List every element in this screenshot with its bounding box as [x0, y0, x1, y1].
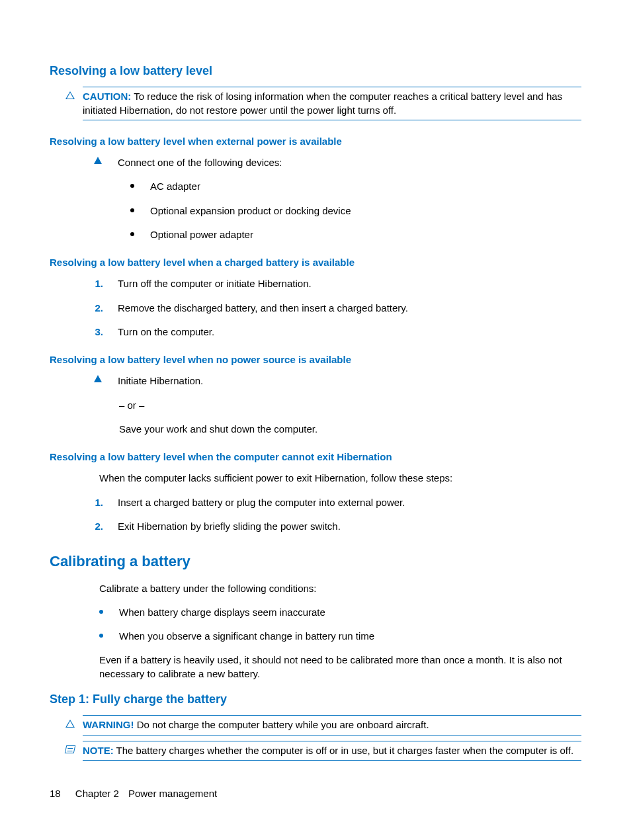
chapter-title: Power management	[128, 788, 217, 799]
warning-callout: WARNING! Do not charge the computer batt…	[83, 715, 581, 735]
list-item: AC adapter	[130, 180, 581, 193]
list-item: When you observe a significant change in…	[99, 630, 581, 643]
list-item: Optional expansion product or docking de…	[130, 204, 581, 218]
page-footer: 18 Chapter 2 Power management	[50, 787, 217, 800]
step-number: 2.	[93, 302, 103, 315]
step-row: Initiate Hibernation.	[93, 374, 581, 388]
step-text: Save your work and shut down the compute…	[119, 423, 581, 436]
ordered-item-text: Remove the discharged battery, and then …	[118, 302, 408, 315]
list-item-text: AC adapter	[150, 180, 200, 193]
caution-icon	[64, 90, 76, 99]
warning-label: WARNING!	[83, 719, 134, 730]
bullet-icon	[130, 232, 134, 236]
ordered-item-text: Insert a charged battery or plug the com…	[118, 496, 405, 509]
intro-text: When the computer lacks sufficient power…	[99, 472, 581, 485]
step-number: 2.	[93, 520, 103, 533]
ordered-item: 1.Turn off the computer or initiate Hibe…	[93, 277, 581, 290]
step-text: Initiate Hibernation.	[118, 374, 581, 388]
note-icon	[64, 744, 76, 753]
list-item-text: When battery charge displays seem inaccu…	[119, 606, 325, 619]
bullet-icon	[130, 184, 134, 188]
note-text: The battery charges whether the computer…	[116, 745, 573, 756]
subheading-external-power: Resolving a low battery level when exter…	[50, 135, 581, 148]
ordered-item: 1.Insert a charged battery or plug the c…	[93, 496, 581, 509]
list-item-text: Optional expansion product or docking de…	[150, 204, 351, 218]
note-callout: NOTE: The battery charges whether the co…	[83, 741, 581, 761]
ordered-item-text: Turn on the computer.	[118, 325, 214, 339]
page-number: 18	[50, 788, 61, 799]
heading-calibrating-battery: Calibrating a battery	[50, 552, 581, 571]
heading-resolving-low-battery: Resolving a low battery level	[50, 63, 581, 79]
caution-callout: CAUTION: To reduce the risk of losing in…	[83, 87, 581, 120]
step-number: 1.	[93, 277, 103, 290]
step-row: Connect one of the following devices:	[93, 156, 581, 169]
bullet-icon	[130, 208, 134, 212]
list-item: When battery charge displays seem inaccu…	[99, 606, 581, 619]
bullet-icon	[99, 610, 103, 614]
list-item-text: Optional power adapter	[150, 228, 253, 241]
ordered-item: 3.Turn on the computer.	[93, 325, 581, 339]
bullet-icon	[99, 634, 103, 638]
chapter-label: Chapter 2	[75, 788, 119, 799]
or-text: – or –	[119, 399, 581, 412]
caution-text: To reduce the risk of losing information…	[83, 91, 562, 115]
warning-icon	[64, 718, 76, 728]
list-item: Optional power adapter	[130, 228, 581, 241]
note-label: NOTE:	[83, 745, 114, 756]
caution-label: CAUTION:	[83, 91, 131, 102]
tail-text: Even if a battery is heavily used, it sh…	[99, 653, 581, 681]
list-item-text: When you observe a significant change in…	[119, 630, 374, 643]
subheading-charged-battery: Resolving a low battery level when a cha…	[50, 256, 581, 269]
step-number: 1.	[93, 496, 103, 509]
subheading-no-power: Resolving a low battery level when no po…	[50, 353, 581, 366]
intro-text: Calibrate a battery under the following …	[99, 582, 581, 595]
step-lead-text: Connect one of the following devices:	[118, 156, 581, 169]
triangle-bullet-icon	[93, 156, 103, 164]
step-number: 3.	[93, 325, 103, 339]
ordered-item: 2.Exit Hibernation by briefly sliding th…	[93, 520, 581, 533]
heading-step1-fully-charge: Step 1: Fully charge the battery	[50, 691, 581, 707]
ordered-item-text: Exit Hibernation by briefly sliding the …	[118, 520, 341, 533]
triangle-bullet-icon	[93, 374, 103, 382]
ordered-item-text: Turn off the computer or initiate Hibern…	[118, 277, 312, 290]
warning-text: Do not charge the computer battery while…	[137, 719, 429, 730]
subheading-cannot-exit-hibernation: Resolving a low battery level when the c…	[50, 450, 581, 464]
ordered-item: 2.Remove the discharged battery, and the…	[93, 302, 581, 315]
